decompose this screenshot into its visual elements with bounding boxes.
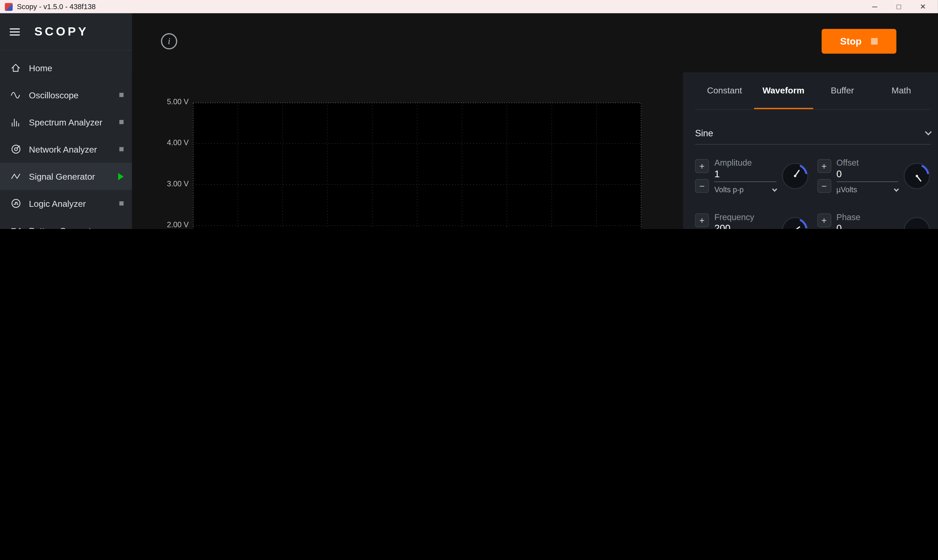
maximize-button[interactable]: □: [893, 3, 904, 11]
frequency-control: + − Frequency 200 Hz: [695, 205, 809, 229]
tool-indicator-square: [119, 93, 123, 97]
frequency-knob[interactable]: [781, 216, 809, 229]
y-tick-label: 5.00 V: [132, 98, 189, 106]
sidebar-item-home[interactable]: Home: [0, 54, 132, 82]
tab-math[interactable]: Math: [872, 72, 931, 109]
sidebar-menu: Home Oscilloscope Spectrum Analyzer: [0, 51, 132, 229]
sidebar-item-spectrum-analyzer[interactable]: Spectrum Analyzer: [0, 108, 132, 135]
chevron-down-icon: [772, 186, 777, 192]
sidebar-item-oscilloscope[interactable]: Oscilloscope: [0, 82, 132, 108]
amplitude-decrement-button[interactable]: −: [695, 179, 709, 193]
amplitude-increment-button[interactable]: +: [695, 159, 709, 173]
amplitude-unit-select[interactable]: Volts p-p: [714, 182, 776, 194]
tab-buffer[interactable]: Buffer: [813, 72, 872, 109]
waveform-plot: CH 1 CH 2: [132, 72, 683, 229]
pattern-generator-icon: [9, 225, 22, 229]
frequency-increment-button[interactable]: +: [695, 214, 709, 227]
sidebar-item-logic-analyzer[interactable]: Logic Analyzer: [0, 190, 132, 217]
window-controls: ─ □ ✕: [869, 3, 933, 11]
content-header: i Stop: [132, 13, 938, 72]
titlebar: Scopy - v1.5.0 - 438f138 ─ □ ✕: [0, 0, 938, 13]
running-play-indicator: [118, 173, 123, 180]
app-icon: [5, 3, 13, 11]
sidebar-item-signal-generator[interactable]: Signal Generator: [0, 163, 132, 190]
phase-control: + − Phase 0 deg: [817, 205, 931, 229]
offset-value-input[interactable]: 0: [837, 168, 898, 182]
scopy-logo: SCOPY: [34, 25, 89, 38]
spectrum-analyzer-icon: [9, 116, 22, 128]
signal-generator-icon: [9, 170, 22, 182]
tool-indicator-square: [119, 147, 123, 151]
offset-knob[interactable]: [903, 162, 930, 190]
tab-constant[interactable]: Constant: [695, 72, 754, 109]
phase-value-input[interactable]: 0: [837, 222, 898, 229]
amplitude-value-input[interactable]: 1: [714, 168, 776, 182]
offset-unit-select[interactable]: µVolts: [837, 182, 898, 194]
sidebar-item-pattern-generator[interactable]: Pattern Generator: [0, 217, 132, 229]
amplitude-knob[interactable]: [781, 162, 809, 190]
tool-indicator-square: [119, 202, 123, 206]
sidebar-item-network-analyzer[interactable]: Network Analyzer: [0, 135, 132, 163]
sidebar-header: SCOPY: [0, 13, 132, 51]
oscilloscope-icon: [9, 89, 22, 101]
y-tick-label: 3.00 V: [132, 180, 189, 188]
chevron-down-icon: [925, 128, 932, 135]
tab-waveform[interactable]: Waveform: [754, 72, 813, 109]
info-button[interactable]: i: [161, 33, 177, 49]
minimize-button[interactable]: ─: [869, 3, 880, 11]
chevron-down-icon: [894, 186, 899, 192]
window-title: Scopy - v1.5.0 - 438f138: [17, 3, 96, 11]
amplitude-control: + − Amplitude 1 Volts p-p: [695, 151, 809, 201]
waveform-type-select[interactable]: Sine: [695, 122, 930, 145]
sidebar: SCOPY Home Oscilloscope: [0, 13, 132, 229]
plot-canvas[interactable]: [193, 103, 641, 229]
y-tick-label: 4.00 V: [132, 139, 189, 147]
stop-button[interactable]: Stop: [822, 29, 896, 54]
logic-analyzer-icon: [9, 197, 22, 209]
signal-generator-panel: Constant Waveform Buffer Math Sine +: [683, 72, 938, 229]
y-tick-label: 2.00 V: [132, 221, 189, 229]
network-analyzer-icon: [9, 143, 22, 155]
tool-indicator-square: [119, 120, 123, 124]
home-icon: [9, 62, 22, 74]
stop-square-icon: [871, 38, 878, 45]
offset-decrement-button[interactable]: −: [817, 179, 831, 193]
menu-toggle-button[interactable]: [6, 25, 23, 39]
frequency-value-input[interactable]: 200: [714, 222, 776, 229]
panel-tabs: Constant Waveform Buffer Math: [695, 72, 930, 110]
offset-control: + − Offset 0 µVolts: [817, 151, 931, 201]
phase-increment-button[interactable]: +: [817, 214, 831, 227]
phase-knob[interactable]: [903, 216, 930, 229]
scopy-app: Scopy - v1.5.0 - 438f138 ─ □ ✕ SCOPY Hom…: [0, 0, 938, 229]
info-icon: i: [168, 36, 170, 46]
offset-increment-button[interactable]: +: [817, 159, 831, 173]
waveform-parameters: + − Amplitude 1 Volts p-p: [695, 151, 930, 229]
close-button[interactable]: ✕: [918, 3, 929, 11]
